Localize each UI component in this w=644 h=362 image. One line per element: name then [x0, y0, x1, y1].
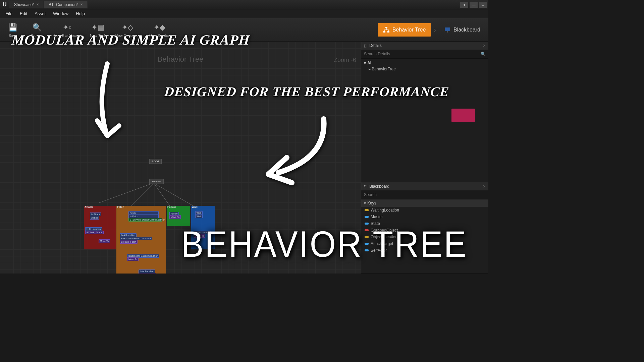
maximize-button[interactable]: ☐ [479, 2, 487, 8]
svg-rect-3 [445, 27, 450, 31]
key-label: Master [371, 215, 383, 219]
svg-rect-1 [383, 31, 385, 33]
panel-header[interactable]: ⬚ Details ✕ [361, 42, 488, 50]
bt-node[interactable]: Move To [169, 215, 181, 219]
service-icon: ✦◆ [154, 22, 165, 33]
tree-icon [383, 26, 390, 33]
panel-icon: ⬚ [364, 44, 367, 48]
region-fetch[interactable]: Fetch Fetch Is Fetch BTService_UpdateObj… [116, 206, 166, 274]
panel-icon: ⬚ [364, 184, 367, 189]
svg-rect-0 [385, 27, 387, 28]
breadcrumb-sep-icon: › [434, 26, 436, 34]
bt-selector-node[interactable]: Selector [149, 179, 164, 184]
close-icon[interactable]: ✕ [80, 3, 83, 6]
mode-behavior-tree[interactable]: Behavior Tree [378, 23, 431, 37]
overlay-text-2: DESIGNED FOR THE BEST PERFORMANCE [164, 84, 450, 100]
bt-node[interactable]: Wait [195, 215, 203, 218]
key-type-icon [365, 216, 369, 218]
key-label: WaitingLocation [371, 208, 399, 213]
tab-label: BT_Companion* [49, 2, 78, 7]
region-label: Follow [167, 205, 176, 208]
mode-label: Behavior Tree [392, 27, 426, 33]
bt-node[interactable]: BTService_UpdateObjectLocation [128, 218, 162, 222]
bt-node[interactable]: BTTask_Fetch [139, 273, 156, 274]
menu-help[interactable]: Help [72, 10, 88, 17]
tab-bt-companion[interactable]: BT_Companion* ✕ [44, 1, 88, 8]
save-icon: 💾 [7, 22, 18, 33]
svg-rect-4 [447, 31, 448, 33]
bt-node[interactable]: BTTask_Fetch [120, 240, 138, 244]
bt-root-node[interactable]: ROOT [149, 159, 162, 164]
blackboard-icon [444, 26, 451, 33]
tab-label: Showcase* [14, 2, 34, 7]
menu-file[interactable]: File [2, 10, 16, 17]
overlay-text-1: MODULAR AND SIMPLE AI GRAPH [11, 32, 251, 48]
bt-node[interactable]: Move To [99, 239, 110, 243]
panel-title: Blackboard [369, 184, 389, 189]
region-label: Attack [85, 205, 93, 208]
zoom-indicator: Zoom -6 [334, 57, 356, 64]
overlay-title: BEHAVIOR TREE [181, 223, 468, 265]
bt-node[interactable]: Attack [90, 216, 99, 220]
blackboard-search-input[interactable] [361, 190, 488, 199]
bt-node[interactable]: Move To [127, 257, 139, 261]
blackboard-key[interactable]: WaitingLocation [361, 207, 488, 214]
key-type-icon [365, 209, 369, 211]
decorator-icon: ✦◇ [122, 22, 133, 33]
panel-title: Details [369, 43, 382, 48]
task-icon: ✦▤ [93, 22, 103, 33]
search-icon[interactable]: 🔍 [478, 52, 488, 56]
unreal-logo-icon: U [0, 0, 9, 9]
node-thumbnail [451, 109, 475, 122]
svg-rect-2 [387, 31, 389, 33]
section-behaviortree[interactable]: ▸ BehaviorTree [364, 67, 486, 71]
details-panel: ⬚ Details ✕ 🔍 ▾ AI ▸ BehaviorTree [361, 42, 488, 182]
panel-header[interactable]: ⬚ Blackboard ✕ [361, 182, 488, 190]
blackboard-key[interactable]: Master [361, 214, 488, 220]
browse-icon: 🔍 [32, 22, 42, 33]
region-label: Wait [192, 205, 198, 208]
region-label: Fetch [117, 205, 124, 208]
minimize-button[interactable]: — [470, 2, 478, 8]
graph-title: Behavior Tree [158, 55, 204, 64]
close-icon[interactable]: ✕ [36, 3, 39, 6]
mode-label: Blackboard [453, 27, 480, 33]
mode-blackboard[interactable]: Blackboard [439, 23, 486, 37]
keys-header[interactable]: ▾ Keys [361, 199, 488, 207]
menu-asset[interactable]: Asset [31, 10, 49, 17]
menu-window[interactable]: Window [50, 10, 72, 17]
tab-showcase[interactable]: Showcase* ✕ [9, 1, 44, 8]
menubar: File Edit Asset Window Help [0, 9, 488, 18]
bt-node[interactable]: BTTask_Attack [85, 231, 104, 234]
close-icon[interactable]: ✕ [483, 184, 486, 189]
source-control-icon[interactable]: ♦ [460, 2, 468, 8]
region-attack[interactable]: Attack Is Attack Attack Is At Location B… [84, 206, 116, 249]
blackboard-icon: ✦▫ [62, 22, 72, 33]
titlebar: U Showcase* ✕ BT_Companion* ✕ ♦ — ☐ [0, 0, 488, 9]
menu-edit[interactable]: Edit [16, 10, 31, 17]
details-search-input[interactable] [361, 50, 478, 58]
close-icon[interactable]: ✕ [483, 44, 486, 48]
section-ai[interactable]: ▾ AI [364, 61, 486, 65]
